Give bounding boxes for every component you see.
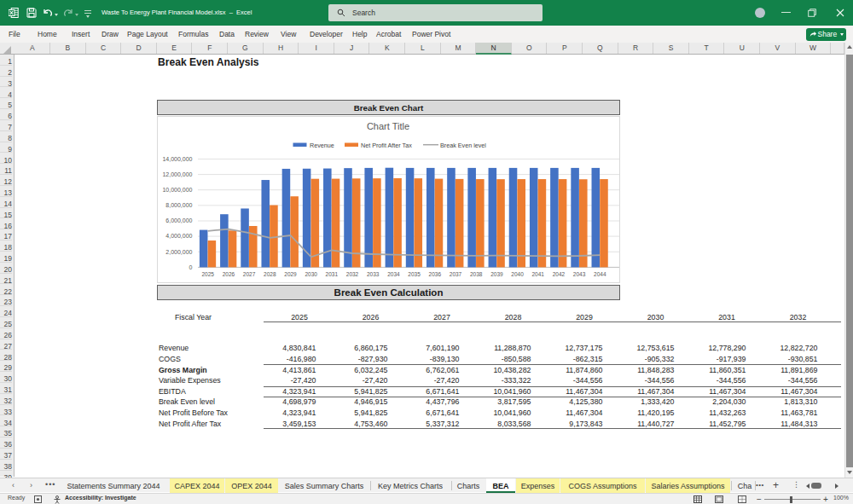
svg-text:2043: 2043 <box>573 271 586 277</box>
svg-text:12,000,000: 12,000,000 <box>162 171 192 177</box>
svg-text:4,000,000: 4,000,000 <box>165 233 192 239</box>
svg-text:6,000,000: 6,000,000 <box>165 217 192 223</box>
svg-text:Revenue: Revenue <box>310 142 334 149</box>
svg-text:2040: 2040 <box>511 271 524 277</box>
svg-text:2031: 2031 <box>326 271 339 277</box>
svg-text:2029: 2029 <box>284 271 297 277</box>
svg-text:Break Even level: Break Even level <box>440 142 486 149</box>
svg-text:8,000,000: 8,000,000 <box>165 202 192 208</box>
svg-text:2035: 2035 <box>408 271 421 277</box>
svg-text:2044: 2044 <box>594 271 606 277</box>
svg-text:14,000,000: 14,000,000 <box>162 156 192 162</box>
svg-text:2042: 2042 <box>553 271 566 277</box>
svg-text:10,000,000: 10,000,000 <box>162 187 192 193</box>
svg-text:Chart Title: Chart Title <box>367 121 409 131</box>
svg-text:0: 0 <box>189 264 193 270</box>
svg-text:2041: 2041 <box>531 271 544 277</box>
svg-text:Net Profit After Tax: Net Profit After Tax <box>361 142 412 149</box>
svg-text:2030: 2030 <box>305 271 317 277</box>
svg-text:2027: 2027 <box>243 271 256 277</box>
svg-text:2025: 2025 <box>201 271 214 277</box>
svg-text:2036: 2036 <box>429 271 442 277</box>
svg-text:2038: 2038 <box>470 271 483 277</box>
svg-text:2032: 2032 <box>346 271 359 277</box>
svg-text:2033: 2033 <box>367 271 380 277</box>
svg-text:2039: 2039 <box>490 271 503 277</box>
svg-text:2,000,000: 2,000,000 <box>165 249 192 255</box>
svg-text:2034: 2034 <box>387 271 400 277</box>
svg-text:2028: 2028 <box>264 271 276 277</box>
svg-text:2026: 2026 <box>223 271 235 277</box>
svg-text:2037: 2037 <box>450 271 462 277</box>
